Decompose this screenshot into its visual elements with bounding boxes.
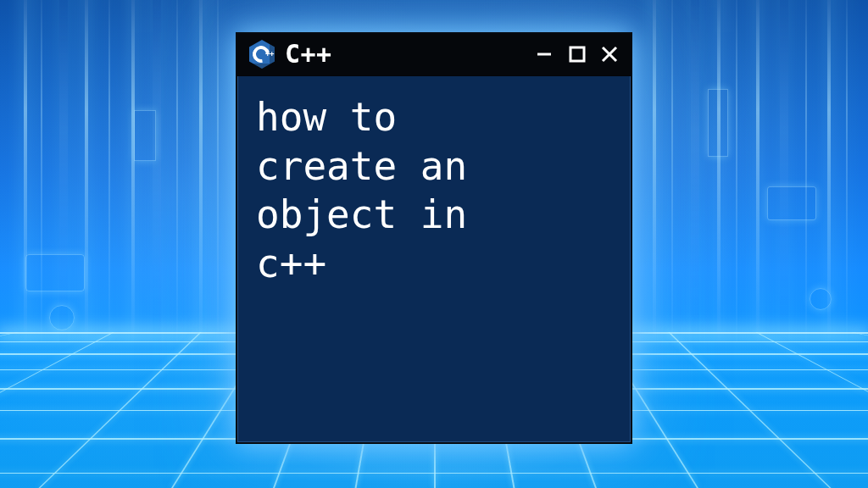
circuit-decor — [767, 186, 816, 220]
circuit-decor — [49, 305, 75, 330]
close-button[interactable] — [600, 45, 619, 64]
terminal-content: how to create an object in c++ — [237, 76, 631, 442]
circuit-decor — [134, 110, 156, 161]
circuit-decor — [810, 288, 832, 310]
circuit-decor — [708, 89, 728, 157]
minimize-button[interactable] — [536, 45, 554, 64]
cpp-logo-icon: ++ — [249, 40, 275, 69]
svg-rect-1 — [570, 47, 584, 61]
circuit-decor — [25, 254, 85, 291]
window-controls — [536, 45, 619, 64]
terminal-window: ++ C++ how to create an object in c++ — [236, 32, 632, 444]
window-title: C++ — [285, 42, 526, 67]
scene-root: ++ C++ how to create an object in c++ — [0, 0, 868, 488]
maximize-button[interactable] — [568, 45, 587, 64]
titlebar[interactable]: ++ C++ — [237, 34, 631, 76]
